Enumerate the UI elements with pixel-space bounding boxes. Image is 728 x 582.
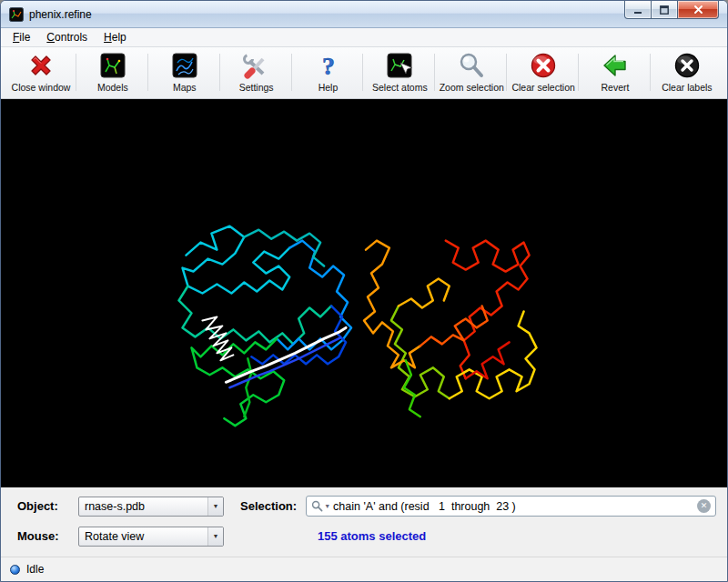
toolbar-label: Select atoms [372,82,428,93]
toolbar-label: Clear selection [511,82,574,93]
mouse-mode-value: Rotate view [79,530,207,543]
settings-icon [242,51,271,80]
statusbar: Idle [1,557,727,581]
zoom-selection-icon [457,51,486,80]
dropdown-arrow-icon: ▼ [207,497,223,516]
select-atoms-icon [385,51,414,80]
models-icon [98,51,127,80]
window-title: phenix.refine [29,8,92,21]
titlebar[interactable]: phenix.refine [1,1,727,28]
menu-file[interactable]: File [5,29,38,45]
close-window-icon [26,51,56,80]
toolbar-zoom-selection-button[interactable]: Zoom selection [436,51,507,98]
status-text: Idle [26,563,44,576]
toolbar-label: Zoom selection [440,82,504,93]
selection-value: chain 'A' and (resid 1 through 23 ) [333,500,516,513]
maps-icon [170,51,199,80]
object-label: Object: [17,499,76,513]
toolbar-close-window-button[interactable]: Close window [5,51,76,98]
toolbar: Close window Models Maps [1,47,727,99]
menu-controls[interactable]: Controls [38,29,96,45]
window-icon [9,7,24,22]
help-icon: ? [314,51,343,80]
toolbar-help-button[interactable]: ? Help [293,51,364,98]
molecule-svg [1,99,727,487]
object-dropdown[interactable]: rnase-s.pdb ▼ [78,497,224,517]
toolbar-label: Maps [173,82,197,93]
toolbar-models-button[interactable]: Models [77,51,148,98]
controls-panel: Object: rnase-s.pdb ▼ Selection: ▼ chain… [1,487,727,557]
toolbar-maps-button[interactable]: Maps [149,51,220,98]
toolbar-clear-selection-button[interactable]: Clear selection [508,51,579,98]
clear-selection-icon [529,51,558,80]
clear-labels-icon [672,51,702,80]
toolbar-revert-button[interactable]: Revert [580,51,651,98]
search-options-arrow-icon[interactable]: ▼ [324,503,330,509]
close-icon [693,5,703,15]
phenix-window: phenix.refine File Controls Help Close w… [0,0,728,582]
clear-search-icon[interactable]: ✕ [697,499,711,513]
toolbar-settings-button[interactable]: Settings [221,51,292,98]
atoms-selected-text: 155 atoms selected [318,529,426,543]
close-button[interactable] [677,1,719,19]
status-led-icon [10,565,20,575]
caption-buttons [625,1,719,19]
toolbar-label: Close window [12,82,71,93]
menu-help[interactable]: Help [96,29,135,45]
minimize-icon [633,5,642,15]
menubar: File Controls Help [1,28,727,47]
revert-icon [601,51,630,80]
minimize-button[interactable] [624,1,652,19]
toolbar-label: Help [318,82,339,93]
toolbar-select-atoms-button[interactable]: Select atoms [364,51,435,98]
maximize-button[interactable] [651,1,678,19]
object-dropdown-value: rnase-s.pdb [79,500,207,513]
maximize-icon [660,5,669,15]
toolbar-label: Clear labels [662,82,712,93]
dropdown-arrow-icon: ▼ [207,527,223,546]
molecule-viewport[interactable] [1,99,727,487]
search-icon [311,500,323,512]
toolbar-clear-labels-button[interactable]: Clear labels [652,51,723,98]
toolbar-label: Models [97,82,128,93]
toolbar-label: Settings [239,82,274,93]
mouse-label: Mouse: [17,529,76,543]
mouse-mode-dropdown[interactable]: Rotate view ▼ [78,527,224,547]
selection-search-input[interactable]: ▼ chain 'A' and (resid 1 through 23 ) ✕ [306,496,716,517]
toolbar-label: Revert [602,82,630,93]
svg-text:?: ? [322,52,335,80]
selection-label: Selection: [240,499,297,513]
